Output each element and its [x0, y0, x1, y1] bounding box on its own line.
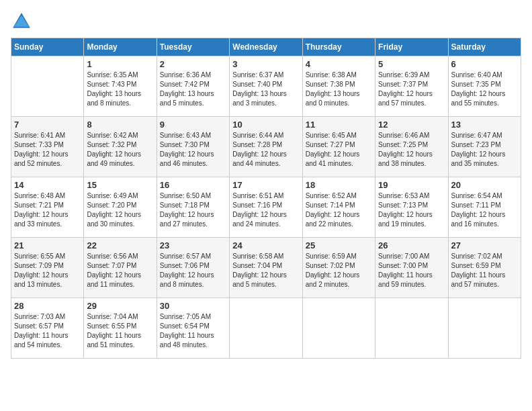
- day-info: Sunrise: 6:35 AMSunset: 7:43 PMDaylight:…: [87, 71, 153, 108]
- day-number: 4: [306, 59, 372, 69]
- day-number: 10: [232, 120, 299, 130]
- week-row-1: 1Sunrise: 6:35 AMSunset: 7:43 PMDaylight…: [11, 56, 521, 117]
- day-info: Sunrise: 6:50 AMSunset: 7:18 PMDaylight:…: [160, 191, 226, 229]
- day-info: Sunrise: 6:55 AMSunset: 7:09 PMDaylight:…: [14, 252, 81, 289]
- day-number: 13: [451, 120, 518, 130]
- week-row-5: 28Sunrise: 7:03 AMSunset: 6:57 PMDayligh…: [11, 298, 521, 359]
- weekday-header-sunday: Sunday: [11, 38, 84, 56]
- page-header: [11, 11, 521, 32]
- day-number: 16: [160, 180, 226, 190]
- calendar-cell: 26Sunrise: 7:00 AMSunset: 7:00 PMDayligh…: [375, 238, 448, 298]
- day-number: 26: [378, 240, 445, 250]
- weekday-header-thursday: Thursday: [302, 38, 375, 56]
- day-number: 3: [232, 59, 299, 69]
- calendar-cell: [302, 298, 375, 359]
- day-number: 22: [87, 240, 153, 250]
- day-number: 24: [232, 240, 299, 250]
- day-info: Sunrise: 6:51 AMSunset: 7:16 PMDaylight:…: [232, 191, 299, 229]
- day-info: Sunrise: 6:53 AMSunset: 7:13 PMDaylight:…: [378, 191, 445, 229]
- calendar-cell: [375, 298, 448, 359]
- calendar-cell: 19Sunrise: 6:53 AMSunset: 7:13 PMDayligh…: [375, 177, 448, 238]
- calendar-cell: [230, 298, 302, 359]
- day-info: Sunrise: 6:57 AMSunset: 7:06 PMDaylight:…: [160, 252, 226, 289]
- day-number: 9: [160, 120, 226, 130]
- day-info: Sunrise: 7:05 AMSunset: 6:54 PMDaylight:…: [160, 312, 226, 350]
- day-number: 6: [451, 59, 518, 69]
- day-info: Sunrise: 7:04 AMSunset: 6:55 PMDaylight:…: [87, 312, 153, 350]
- calendar-cell: 17Sunrise: 6:51 AMSunset: 7:16 PMDayligh…: [230, 177, 302, 238]
- calendar-cell: [448, 298, 521, 359]
- day-info: Sunrise: 6:40 AMSunset: 7:35 PMDaylight:…: [451, 71, 518, 108]
- calendar-cell: 16Sunrise: 6:50 AMSunset: 7:18 PMDayligh…: [157, 177, 229, 238]
- day-number: 19: [378, 180, 445, 190]
- calendar-body: 1Sunrise: 6:35 AMSunset: 7:43 PMDaylight…: [11, 56, 521, 359]
- day-info: Sunrise: 6:41 AMSunset: 7:33 PMDaylight:…: [14, 131, 81, 169]
- weekday-header-friday: Friday: [375, 38, 448, 56]
- day-info: Sunrise: 6:38 AMSunset: 7:38 PMDaylight:…: [306, 71, 372, 108]
- day-number: 25: [306, 240, 372, 250]
- day-info: Sunrise: 6:54 AMSunset: 7:11 PMDaylight:…: [451, 191, 518, 229]
- day-info: Sunrise: 6:52 AMSunset: 7:14 PMDaylight:…: [306, 191, 372, 229]
- calendar-cell: 2Sunrise: 6:36 AMSunset: 7:42 PMDaylight…: [157, 56, 229, 117]
- day-number: 15: [87, 180, 153, 190]
- calendar-cell: 20Sunrise: 6:54 AMSunset: 7:11 PMDayligh…: [448, 177, 521, 238]
- week-row-4: 21Sunrise: 6:55 AMSunset: 7:09 PMDayligh…: [11, 238, 521, 298]
- day-info: Sunrise: 6:49 AMSunset: 7:20 PMDaylight:…: [87, 191, 153, 229]
- calendar-cell: 22Sunrise: 6:56 AMSunset: 7:07 PMDayligh…: [84, 238, 157, 298]
- day-info: Sunrise: 6:43 AMSunset: 7:30 PMDaylight:…: [160, 131, 226, 169]
- weekday-header-wednesday: Wednesday: [230, 38, 302, 56]
- day-number: 17: [232, 180, 299, 190]
- calendar-cell: 21Sunrise: 6:55 AMSunset: 7:09 PMDayligh…: [11, 238, 84, 298]
- calendar-cell: 14Sunrise: 6:48 AMSunset: 7:21 PMDayligh…: [11, 177, 84, 238]
- day-number: 5: [378, 59, 445, 69]
- day-info: Sunrise: 7:00 AMSunset: 7:00 PMDaylight:…: [378, 252, 445, 289]
- day-info: Sunrise: 6:37 AMSunset: 7:40 PMDaylight:…: [232, 71, 299, 108]
- calendar-cell: 9Sunrise: 6:43 AMSunset: 7:30 PMDaylight…: [157, 117, 229, 177]
- calendar-cell: 10Sunrise: 6:44 AMSunset: 7:28 PMDayligh…: [230, 117, 302, 177]
- day-info: Sunrise: 6:58 AMSunset: 7:04 PMDaylight:…: [232, 252, 299, 289]
- calendar-cell: 29Sunrise: 7:04 AMSunset: 6:55 PMDayligh…: [84, 298, 157, 359]
- day-info: Sunrise: 6:42 AMSunset: 7:32 PMDaylight:…: [87, 131, 153, 169]
- calendar-cell: 25Sunrise: 6:59 AMSunset: 7:02 PMDayligh…: [302, 238, 375, 298]
- calendar-cell: 28Sunrise: 7:03 AMSunset: 6:57 PMDayligh…: [11, 298, 84, 359]
- day-info: Sunrise: 6:48 AMSunset: 7:21 PMDaylight:…: [14, 191, 81, 229]
- day-info: Sunrise: 6:36 AMSunset: 7:42 PMDaylight:…: [160, 71, 226, 108]
- day-number: 27: [451, 240, 518, 250]
- day-info: Sunrise: 6:56 AMSunset: 7:07 PMDaylight:…: [87, 252, 153, 289]
- calendar-cell: 8Sunrise: 6:42 AMSunset: 7:32 PMDaylight…: [84, 117, 157, 177]
- week-row-2: 7Sunrise: 6:41 AMSunset: 7:33 PMDaylight…: [11, 117, 521, 177]
- day-info: Sunrise: 6:47 AMSunset: 7:23 PMDaylight:…: [451, 131, 518, 169]
- day-number: 23: [160, 240, 226, 250]
- calendar-cell: 3Sunrise: 6:37 AMSunset: 7:40 PMDaylight…: [230, 56, 302, 117]
- week-row-3: 14Sunrise: 6:48 AMSunset: 7:21 PMDayligh…: [11, 177, 521, 238]
- svg-marker-1: [14, 15, 29, 27]
- weekday-header-row: SundayMondayTuesdayWednesdayThursdayFrid…: [11, 38, 521, 56]
- calendar-cell: 4Sunrise: 6:38 AMSunset: 7:38 PMDaylight…: [302, 56, 375, 117]
- day-number: 8: [87, 120, 153, 130]
- day-number: 2: [160, 59, 226, 69]
- calendar-cell: 23Sunrise: 6:57 AMSunset: 7:06 PMDayligh…: [157, 238, 229, 298]
- day-info: Sunrise: 6:46 AMSunset: 7:25 PMDaylight:…: [378, 131, 445, 169]
- day-info: Sunrise: 6:45 AMSunset: 7:27 PMDaylight:…: [306, 131, 372, 169]
- logo-icon: [11, 11, 32, 32]
- calendar-cell: 1Sunrise: 6:35 AMSunset: 7:43 PMDaylight…: [84, 56, 157, 117]
- day-number: 21: [14, 240, 81, 250]
- logo: [11, 11, 35, 32]
- weekday-header-monday: Monday: [84, 38, 157, 56]
- calendar-cell: 18Sunrise: 6:52 AMSunset: 7:14 PMDayligh…: [302, 177, 375, 238]
- day-number: 7: [14, 120, 81, 130]
- calendar-cell: 5Sunrise: 6:39 AMSunset: 7:37 PMDaylight…: [375, 56, 448, 117]
- day-number: 12: [378, 120, 445, 130]
- calendar-cell: 11Sunrise: 6:45 AMSunset: 7:27 PMDayligh…: [302, 117, 375, 177]
- day-number: 11: [306, 120, 372, 130]
- day-info: Sunrise: 6:39 AMSunset: 7:37 PMDaylight:…: [378, 71, 445, 108]
- calendar-table: SundayMondayTuesdayWednesdayThursdayFrid…: [11, 38, 521, 359]
- day-number: 18: [306, 180, 372, 190]
- day-info: Sunrise: 7:02 AMSunset: 6:59 PMDaylight:…: [451, 252, 518, 289]
- calendar-cell: 12Sunrise: 6:46 AMSunset: 7:25 PMDayligh…: [375, 117, 448, 177]
- calendar-cell: [11, 56, 84, 117]
- day-number: 1: [87, 59, 153, 69]
- calendar-cell: 15Sunrise: 6:49 AMSunset: 7:20 PMDayligh…: [84, 177, 157, 238]
- day-number: 29: [87, 301, 153, 311]
- calendar-cell: 30Sunrise: 7:05 AMSunset: 6:54 PMDayligh…: [157, 298, 229, 359]
